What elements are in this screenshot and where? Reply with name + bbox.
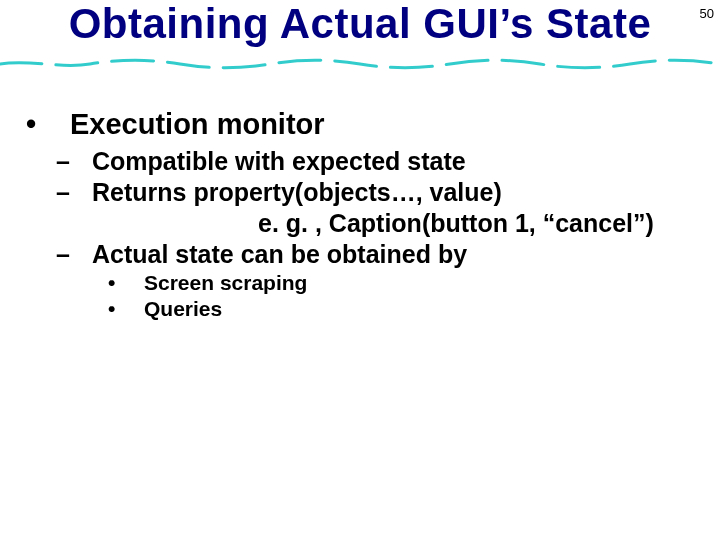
slide: 50 Obtaining Actual GUI’s State •Executi… bbox=[0, 0, 720, 540]
bullet-lvl2: –Compatible with expected state bbox=[48, 147, 672, 176]
title-underline bbox=[0, 58, 720, 68]
bullet-text: Screen scraping bbox=[144, 271, 307, 294]
dash-marker: – bbox=[74, 178, 92, 207]
bullet-lvl2: –Returns property(objects…, value) bbox=[48, 178, 672, 207]
bullet-marker: • bbox=[48, 108, 70, 141]
bullet-lvl2: –Actual state can be obtained by bbox=[48, 240, 672, 269]
bullet-lvl3: •Screen scraping bbox=[48, 271, 672, 295]
bullet-text: e. g. , Caption(button 1, “cancel”) bbox=[258, 209, 654, 237]
slide-body: •Execution monitor –Compatible with expe… bbox=[48, 108, 672, 323]
bullet-lvl3: •Queries bbox=[48, 297, 672, 321]
title-wrap: Obtaining Actual GUI’s State bbox=[30, 0, 690, 48]
bullet-text: Actual state can be obtained by bbox=[92, 240, 467, 268]
bullet-text: Execution monitor bbox=[70, 108, 325, 140]
bullet-lvl1: •Execution monitor bbox=[48, 108, 672, 141]
bullet-text: Compatible with expected state bbox=[92, 147, 466, 175]
bullet-text: Returns property(objects…, value) bbox=[92, 178, 502, 206]
bullet-marker: • bbox=[126, 297, 144, 321]
slide-title: Obtaining Actual GUI’s State bbox=[69, 0, 652, 48]
bullet-lvl2-continuation: e. g. , Caption(button 1, “cancel”) bbox=[48, 209, 672, 238]
bullet-text: Queries bbox=[144, 297, 222, 320]
bullet-marker: • bbox=[126, 271, 144, 295]
dash-marker: – bbox=[74, 147, 92, 176]
page-number: 50 bbox=[700, 6, 714, 21]
dash-marker: – bbox=[74, 240, 92, 269]
